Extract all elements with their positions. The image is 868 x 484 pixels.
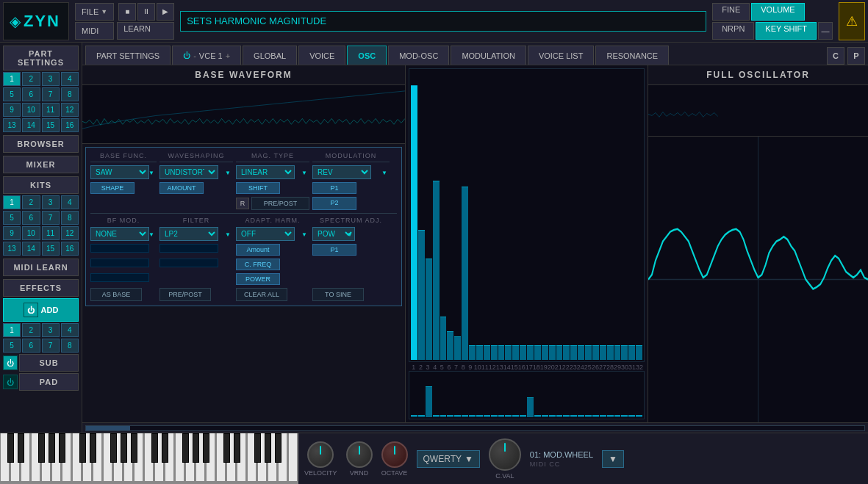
black-key-18[interactable] [110,433,117,463]
part-btn-14[interactable]: 14 [22,118,40,132]
harmonic-bar2-13[interactable] [498,415,505,417]
keyboard-select[interactable]: QWERTY ▼ [417,450,480,468]
harmonic-bar2-5[interactable] [440,415,447,417]
harmonic-bar-31[interactable] [628,345,635,360]
r-button[interactable]: R [236,198,249,209]
pad-button[interactable]: PAD [19,373,79,391]
black-key-32[interactable] [193,433,199,463]
black-key-44[interactable] [265,433,271,463]
mod-p1-button[interactable]: P1 [312,182,356,194]
midi-learn-button[interactable]: MIDI LEARN [3,259,79,276]
stop-button[interactable]: ■ [118,3,136,21]
harmonic-bar2-9[interactable] [469,415,476,417]
fine-button[interactable]: FINE [712,3,750,21]
mag-type-select[interactable]: LINEAR [236,165,295,179]
vrnd-knob[interactable] [346,441,373,468]
part2-btn-14[interactable]: 14 [22,242,40,256]
kits-button[interactable]: KITS [3,176,79,194]
adapt-amount-button[interactable]: Amount [236,244,280,256]
harmonic-bar-19[interactable] [542,345,548,360]
black-key-1[interactable] [7,433,14,463]
black-key-15[interactable] [90,433,96,463]
waveshaping-select[interactable]: UNDISTORT [159,165,218,179]
part3-btn-6[interactable]: 6 [22,339,40,353]
harmonic-bar2-27[interactable] [600,415,606,417]
black-key-10[interactable] [59,433,65,463]
harmonic-bar2-23[interactable] [570,415,577,417]
modulation-select[interactable]: REV [312,165,371,179]
part-btn-8[interactable]: 8 [61,87,79,101]
harmonic-bar-20[interactable] [549,345,556,360]
part-btn-10[interactable]: 10 [22,103,40,117]
part3-btn-3[interactable]: 3 [42,323,60,337]
black-key-37[interactable] [223,433,230,463]
tab-mod-osc[interactable]: MOD-OSC [388,46,449,65]
harmonic-bar2-18[interactable] [534,415,541,417]
harmonic-bar2-21[interactable] [556,415,563,417]
part2-btn-7[interactable]: 7 [42,211,60,225]
harmonic-bar-22[interactable] [563,345,570,360]
piano-keyboard[interactable] [0,433,298,484]
scrollbar-track[interactable] [85,425,865,431]
bf-mod-p2-slider[interactable] [90,259,149,267]
pause-button[interactable]: ⏸ [137,3,155,21]
waveshaping-amount-button[interactable]: AMOUNT [159,182,204,194]
part2-btn-11[interactable]: 11 [42,226,60,240]
harmonic-bar2-4[interactable] [433,415,440,417]
key-shift-button[interactable]: KEY SHIFT [756,22,817,40]
harmonic-bar-5[interactable] [440,317,447,360]
harmonic-bar-1[interactable] [411,85,417,360]
to-sine-button[interactable]: TO SINE [312,288,364,301]
part3-btn-5[interactable]: 5 [3,339,21,353]
part2-btn-4[interactable]: 4 [61,195,79,209]
harmonic-bar2-32[interactable] [636,415,642,417]
harmonic-bar2-14[interactable] [505,415,512,417]
sub-power-button[interactable]: ⏻ [3,355,18,370]
harmonic-bar2-24[interactable] [578,415,584,417]
harmonic-bar-3[interactable] [426,259,432,360]
bf-mod-select[interactable]: NONE [90,227,149,241]
black-key-22[interactable] [131,433,137,463]
black-key-46[interactable] [275,433,281,463]
scrollbar-thumb[interactable] [86,426,130,430]
tab-vce1[interactable]: ⏻ - VCE 1 + [172,46,241,65]
warning-button[interactable]: ⚠ [839,2,865,40]
harmonic-bar-7[interactable] [454,336,461,360]
black-key-42[interactable] [254,433,261,463]
harmonic-bar-16[interactable] [520,345,526,360]
prepost-action-button[interactable]: PRE/POST [159,288,211,301]
harmonic-bar2-10[interactable] [476,415,483,417]
velocity-knob[interactable] [307,441,334,468]
part-btn-15[interactable]: 15 [42,118,60,132]
midi-button[interactable]: MIDI [75,22,114,40]
mixer-button[interactable]: MIXER [3,156,79,173]
filter-p1-slider[interactable] [159,244,218,253]
harmonic-bar2-28[interactable] [607,415,614,417]
part2-btn-8[interactable]: 8 [61,211,79,225]
part-btn-11[interactable]: 11 [42,103,60,117]
part-btn-9[interactable]: 9 [3,103,21,117]
harmonic-bar2-16[interactable] [520,415,526,417]
harmonic-bar-23[interactable] [570,345,577,360]
file-button[interactable]: FILE ▼ [75,3,114,21]
harmonic-bar-9[interactable] [469,345,476,360]
add-button[interactable]: ⏻ ADD [3,298,79,322]
tab-resonance[interactable]: RESONANCE [595,46,669,65]
harmonic-bar2-11[interactable] [484,415,490,417]
harmonic-bar-8[interactable] [462,187,468,360]
part-btn-16[interactable]: 16 [61,118,79,132]
harmonic-bar2-12[interactable] [491,415,498,417]
part3-btn-7[interactable]: 7 [42,339,60,353]
adapt-cfreq-button[interactable]: C. FREQ [236,259,280,270]
tab-global[interactable]: GLOBAL [243,46,297,65]
sub-button[interactable]: SUB [19,354,79,372]
harmonic-bar2-6[interactable] [447,415,453,417]
harmonic-bar2-7[interactable] [454,415,461,417]
shape-button[interactable]: SHAPE [90,182,134,194]
part3-btn-4[interactable]: 4 [61,323,79,337]
spectrum-adj-select[interactable]: POW [312,227,355,241]
tab-part-settings[interactable]: PART SETTINGS [85,46,171,65]
part-btn-13[interactable]: 13 [3,118,21,132]
part-btn-6[interactable]: 6 [22,87,40,101]
full-osc-top-display[interactable] [648,85,868,137]
